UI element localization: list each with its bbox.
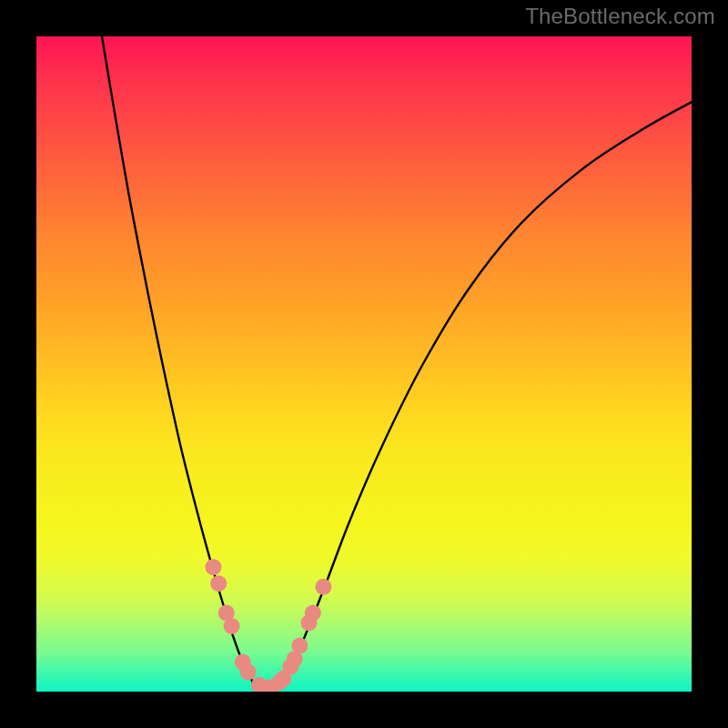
- marker-dot: [315, 579, 331, 595]
- marker-dot: [240, 663, 257, 680]
- marker-dot: [305, 605, 321, 622]
- marker-dot: [261, 680, 278, 692]
- plot-gradient-area: [36, 36, 692, 692]
- marker-group: [205, 559, 331, 692]
- marker-dot: [210, 575, 227, 592]
- chart-frame: TheBottleneck.com: [0, 0, 728, 728]
- marker-dot: [287, 651, 303, 667]
- marker-dot: [218, 605, 235, 622]
- marker-dot: [272, 673, 288, 690]
- marker-dot: [224, 618, 240, 634]
- marker-dot: [301, 614, 318, 631]
- marker-dot: [291, 638, 308, 654]
- bottleneck-curve: [102, 36, 692, 689]
- marker-dot: [205, 559, 221, 575]
- watermark-text: TheBottleneck.com: [525, 4, 715, 29]
- curve-svg: [36, 36, 692, 692]
- marker-dot: [264, 679, 280, 692]
- marker-dot: [275, 671, 291, 687]
- marker-dot: [235, 654, 251, 671]
- marker-dot: [251, 677, 268, 692]
- marker-dot: [282, 659, 298, 675]
